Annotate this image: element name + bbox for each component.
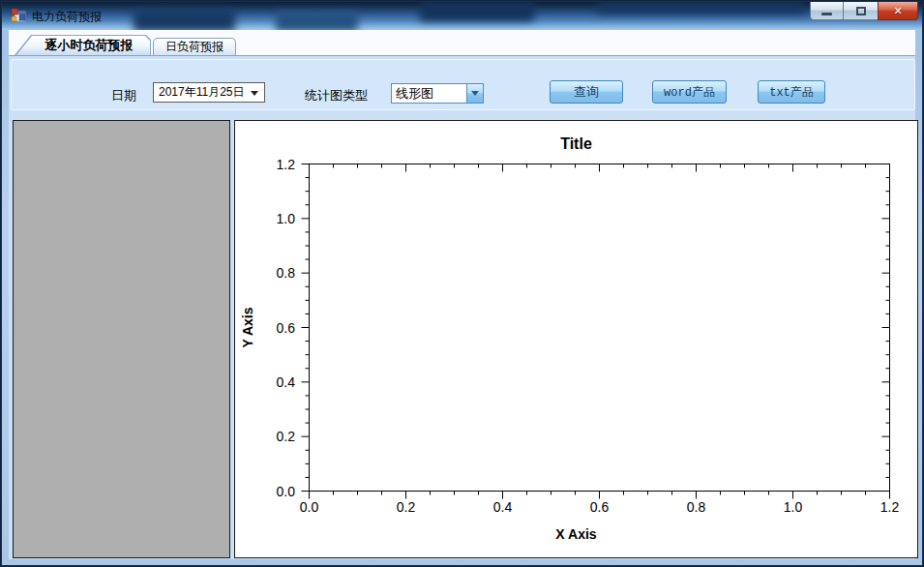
tab-daily-forecast[interactable]: 日负荷预报 xyxy=(153,38,236,55)
svg-text:0.4: 0.4 xyxy=(277,374,296,390)
close-icon: ✕ xyxy=(893,5,902,17)
svg-text:0.6: 0.6 xyxy=(590,499,610,515)
svg-text:0.4: 0.4 xyxy=(493,499,513,515)
tab-daily-forecast-label: 日负荷预报 xyxy=(165,39,224,55)
combobox-dropdown-button[interactable] xyxy=(466,84,483,103)
query-button[interactable]: 查询 xyxy=(550,80,623,104)
date-combobox-value: 2017年11月25日 xyxy=(159,84,245,101)
title-bar: 电力负荷预报 ✕ xyxy=(2,2,922,30)
svg-text:1.0: 1.0 xyxy=(784,499,803,515)
svg-text:0.0: 0.0 xyxy=(300,499,319,515)
window-title: 电力负荷预报 xyxy=(32,9,102,25)
svg-text:0.0: 0.0 xyxy=(277,484,296,499)
tab-page-hourly: 日期 2017年11月25日 统计图类型 线形图 查询 word产品 txt产品 xyxy=(9,55,915,559)
tab-hourly-forecast[interactable]: 逐小时负荷预报 xyxy=(15,35,151,55)
svg-text:1.2: 1.2 xyxy=(880,499,900,515)
svg-text:0.8: 0.8 xyxy=(277,265,296,281)
titlebar-glass-reflection xyxy=(420,2,534,21)
svg-text:Y Axis: Y Axis xyxy=(240,307,255,347)
app-window: 电力负荷预报 ✕ 逐小时负荷预报 日负荷预报 xyxy=(0,0,924,567)
client-area: 逐小时负荷预报 日负荷预报 日期 2017年11月25日 统计图类型 线形图 xyxy=(9,30,915,559)
chart-type-combobox[interactable]: 线形图 xyxy=(391,83,484,104)
date-combobox[interactable]: 2017年11月25日 xyxy=(153,82,265,103)
svg-text:X Axis: X Axis xyxy=(555,526,596,542)
date-label: 日期 xyxy=(111,87,136,104)
toolbar-panel: 日期 2017年11月25日 统计图类型 线形图 查询 word产品 txt产品 xyxy=(11,59,915,110)
result-list-panel xyxy=(13,120,230,558)
tab-strip: 逐小时负荷预报 日负荷预报 xyxy=(9,30,915,55)
svg-text:0.8: 0.8 xyxy=(687,499,706,515)
chevron-down-icon xyxy=(471,91,479,96)
titlebar-glass-reflection xyxy=(276,12,358,30)
svg-text:0.6: 0.6 xyxy=(277,320,296,336)
txt-export-button[interactable]: txt产品 xyxy=(758,80,825,104)
maximize-icon xyxy=(856,7,866,15)
caption-buttons: ✕ xyxy=(810,2,918,20)
titlebar-glass-reflection xyxy=(134,10,235,30)
svg-text:0.2: 0.2 xyxy=(277,429,296,444)
tab-hourly-forecast-label: 逐小时负荷预报 xyxy=(45,37,134,54)
word-export-button[interactable]: word产品 xyxy=(652,80,727,104)
titlebar-glass-reflection xyxy=(597,2,805,14)
maximize-button[interactable] xyxy=(844,2,878,20)
chart-type-combobox-value: 线形图 xyxy=(396,85,433,103)
svg-text:1.2: 1.2 xyxy=(277,157,296,172)
minimize-button[interactable] xyxy=(810,2,844,20)
chart-type-label: 统计图类型 xyxy=(305,87,368,104)
svg-text:0.2: 0.2 xyxy=(397,499,416,515)
app-icon xyxy=(11,8,26,23)
close-button[interactable]: ✕ xyxy=(878,2,918,20)
svg-text:1.0: 1.0 xyxy=(277,211,296,226)
chevron-down-icon xyxy=(251,91,258,96)
chart-panel: 0.00.20.40.60.81.01.20.00.20.40.60.81.01… xyxy=(234,120,918,558)
svg-text:Title: Title xyxy=(560,135,592,152)
line-chart: 0.00.20.40.60.81.01.20.00.20.40.60.81.01… xyxy=(235,121,917,557)
minimize-icon xyxy=(821,13,832,15)
